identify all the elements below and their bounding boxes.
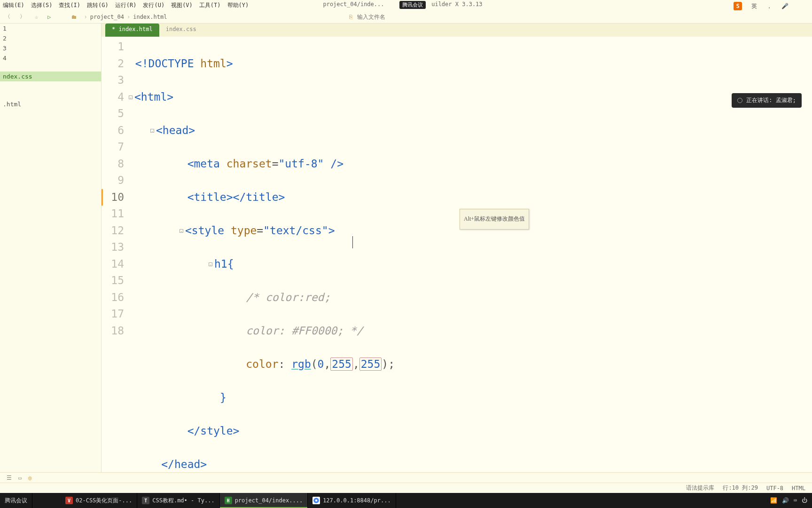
menu-tool[interactable]: 工具(T): [199, 1, 221, 9]
tray-icon[interactable]: ⌨: [794, 497, 797, 504]
tray-icon[interactable]: 🔊: [782, 497, 789, 504]
statusbar: 语法提示库 行:10 列:29 UTF-8 HTML: [0, 483, 812, 493]
breadcrumb-project[interactable]: project_04: [90, 14, 124, 20]
meeting-overlay: 腾讯会议: [399, 1, 426, 9]
menu-select[interactable]: 选择(S): [31, 1, 53, 9]
mic-icon: [737, 98, 742, 103]
taskbar: 腾讯会议 V02-CSS美化页面-... TCSS教程.md• - Ty... …: [0, 493, 812, 508]
taskbar-item[interactable]: V02-CSS美化页面-...: [61, 493, 137, 508]
menu-find[interactable]: 查找(I): [59, 1, 80, 9]
folder-icon[interactable]: 🖿: [69, 13, 80, 21]
outline-icon[interactable]: ☰: [7, 475, 12, 481]
speaker-overlay: 正在讲话: 孟淑君;: [732, 93, 802, 108]
code-content[interactable]: <!DOCTYPE html> -<html> -<head> <meta ch…: [129, 37, 812, 472]
sidebar-item[interactable]: 1: [0, 24, 101, 33]
system-tray[interactable]: 📶 🔊 ⌨ ⏻: [765, 497, 812, 504]
status-grammar[interactable]: 语法提示库: [686, 484, 714, 492]
bookmark-icon[interactable]: ☆: [32, 13, 41, 21]
status-encoding[interactable]: UTF-8: [766, 485, 783, 492]
menubar: 编辑(E) 选择(S) 查找(I) 跳转(G) 运行(R) 发行(U) 视图(V…: [0, 0, 812, 10]
sync-icon[interactable]: ◎: [28, 475, 31, 481]
breadcrumb-file[interactable]: index.html: [133, 14, 167, 20]
taskbar-item-active[interactable]: Hproject_04/index....: [220, 493, 308, 508]
menu-help[interactable]: 帮助(Y): [227, 1, 249, 9]
breadcrumb: › project_04 › index.html: [84, 14, 167, 20]
tray-icon[interactable]: 📶: [770, 497, 777, 504]
editor-footer-icons: ☰ ▭ ◎: [0, 472, 812, 483]
editor-tabs: * index.html index.css: [102, 24, 812, 37]
tab-index-css[interactable]: index.css: [159, 24, 203, 37]
sidebar-file-html[interactable]: .html: [0, 99, 101, 109]
status-lang[interactable]: HTML: [792, 485, 805, 492]
toolbar: 〈 〉 ☆ ▷ 🖿 › project_04 › index.html ⎘: [0, 10, 812, 24]
svg-point-1: [315, 500, 318, 502]
terminal-icon[interactable]: ▭: [18, 475, 22, 481]
run-button[interactable]: ▷: [45, 13, 54, 21]
tray-icon[interactable]: ⏻: [802, 497, 807, 504]
sidebar-item[interactable]: 2: [0, 33, 101, 43]
code-editor[interactable]: 123456789 101112131415161718 <!DOCTYPE h…: [102, 37, 812, 472]
tab-index-html[interactable]: * index.html: [105, 24, 159, 37]
menu-run[interactable]: 运行(R): [115, 1, 137, 9]
ime-indicator[interactable]: S 英 ， 🎤: [734, 2, 795, 10]
file-search-input[interactable]: [357, 14, 414, 20]
sidebar-item[interactable]: 3: [0, 43, 101, 53]
project-sidebar: 1 2 3 4 ndex.css .html: [0, 24, 102, 472]
taskbar-item[interactable]: 127.0.0.1:8848/pr...: [308, 493, 396, 508]
menu-edit[interactable]: 编辑(E): [3, 1, 24, 9]
newfile-icon[interactable]: ⎘: [349, 14, 352, 20]
mic-icon: 🎤: [781, 3, 789, 9]
menu-view[interactable]: 视图(V): [171, 1, 193, 9]
back-button[interactable]: 〈: [2, 12, 13, 22]
sidebar-item[interactable]: 4: [0, 53, 101, 63]
forward-button[interactable]: 〉: [17, 12, 28, 22]
taskbar-item[interactable]: TCSS教程.md• - Ty...: [137, 493, 219, 508]
sogou-icon: S: [734, 2, 742, 10]
sidebar-file-css[interactable]: ndex.css: [0, 71, 101, 81]
text-cursor: [352, 236, 353, 248]
color-hint-tooltip: Alt+鼠标左键修改颜色值: [460, 209, 529, 230]
line-gutter: 123456789 101112131415161718: [102, 37, 129, 472]
menu-publish[interactable]: 发行(U): [143, 1, 164, 9]
status-position: 行:10 列:29: [723, 484, 758, 492]
menu-goto[interactable]: 跳转(G): [87, 1, 109, 9]
taskbar-meeting[interactable]: 腾讯会议: [0, 493, 32, 508]
